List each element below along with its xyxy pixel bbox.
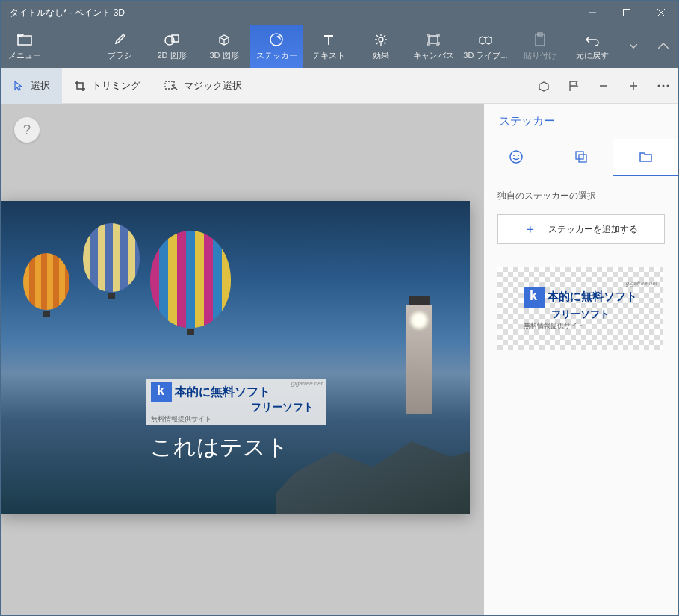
paste-icon — [533, 31, 547, 48]
svg-point-32 — [658, 84, 660, 87]
zoom-out-button[interactable] — [589, 68, 618, 104]
side-panel-title: ステッカー — [484, 104, 678, 139]
canvas[interactable]: gigafree.net 本的に無料ソフト フリーソフト 無料情報提供サイト こ… — [1, 201, 470, 514]
brush-button[interactable]: ブラシ — [93, 25, 146, 68]
canvas-button[interactable]: キャンバス — [407, 25, 459, 68]
magic-select-icon — [164, 81, 178, 91]
shapes-3d-icon — [217, 31, 232, 48]
titlebar: タイトルなし* - ペイント 3D — [1, 1, 678, 25]
svg-rect-28 — [165, 81, 174, 89]
effects-button[interactable]: 効果 — [355, 25, 407, 68]
ribbon-label: ステッカー — [256, 50, 297, 61]
sticker-tab-custom[interactable] — [613, 139, 678, 176]
placed-sticker[interactable]: gigafree.net 本的に無料ソフト フリーソフト 無料情報提供サイト — [146, 379, 326, 425]
history-dropdown[interactable] — [618, 25, 648, 68]
tool-label: マジック選択 — [184, 79, 242, 93]
ribbon-label: キャンバス — [413, 50, 454, 61]
add-sticker-label: ステッカーを追加する — [548, 223, 638, 236]
sticker-text: 無料情報提供サイト — [151, 414, 321, 424]
ribbon-label: 効果 — [373, 50, 389, 61]
section-label: 独自のステッカーの選択 — [497, 190, 665, 202]
view-3d-button[interactable] — [529, 68, 559, 104]
canvas-content — [83, 223, 140, 292]
svg-point-36 — [513, 155, 515, 156]
magic-select-tool[interactable]: マジック選択 — [152, 68, 254, 104]
maximize-button[interactable] — [610, 1, 644, 25]
canvas-icon — [426, 31, 441, 48]
svg-line-14 — [384, 43, 385, 44]
svg-point-8 — [379, 37, 383, 42]
custom-sticker-thumbnail[interactable]: gigafree.net 本的に無料ソフト フリーソフト 無料情報提供サイト — [497, 267, 663, 350]
undo-icon — [585, 31, 600, 48]
k-logo-icon — [524, 287, 545, 308]
sticker-button[interactable]: ステッカー — [250, 25, 303, 68]
ribbon-label: メニュー — [8, 50, 41, 61]
add-sticker-button[interactable]: ＋ ステッカーを追加する — [497, 214, 665, 244]
sticker-icon — [269, 31, 284, 48]
close-button[interactable] — [644, 1, 678, 25]
svg-rect-4 — [18, 36, 31, 45]
undo-button[interactable]: 元に戻す — [566, 25, 618, 68]
ribbon-label: テキスト — [312, 50, 345, 61]
canvas-content — [276, 410, 470, 514]
svg-point-37 — [518, 155, 519, 156]
sticker-tab-textures[interactable] — [549, 139, 614, 176]
ribbon-label: 3D 図形 — [209, 50, 238, 61]
sticker-watermark: gigafree.net — [626, 280, 657, 287]
svg-rect-39 — [579, 155, 586, 162]
svg-line-16 — [376, 43, 378, 44]
ribbon-label: ブラシ — [108, 50, 132, 61]
svg-point-35 — [510, 151, 522, 163]
tool-label: 選択 — [31, 79, 50, 93]
menu-button[interactable]: メニュー — [1, 25, 49, 68]
text-button[interactable]: テキスト — [303, 25, 355, 68]
ribbon-label: 3D ライブ... — [463, 50, 507, 61]
svg-rect-6 — [172, 35, 179, 42]
main-area: ? gigafree.net 本的に無料ソフト フリーソフト 無料情報提供サイト… — [1, 104, 678, 615]
sticker-text: 本的に無料ソフト — [548, 290, 637, 304]
sticker-text: 本的に無料ソフト — [175, 385, 270, 400]
window-title: タイトルなし* - ペイント 3D — [1, 7, 575, 19]
select-tool[interactable]: 選択 — [1, 68, 62, 104]
ribbon-label: 2D 図形 — [157, 50, 186, 61]
collapse-ribbon-button[interactable] — [648, 25, 678, 68]
zoom-in-button[interactable] — [618, 68, 648, 104]
ribbon-label: 貼り付け — [524, 50, 556, 61]
flag-button[interactable] — [559, 68, 589, 104]
crop-tool[interactable]: トリミング — [62, 68, 152, 104]
smiley-icon — [509, 149, 524, 164]
2d-shapes-button[interactable]: 2D 図形 — [146, 25, 198, 68]
side-panel: ステッカー 独自のステッカーの選択 ＋ ステッカーを追加する gigafree.… — [484, 104, 678, 615]
svg-point-33 — [663, 84, 665, 87]
minimize-button[interactable] — [575, 1, 610, 25]
svg-point-7 — [270, 34, 282, 46]
folder-open-icon — [639, 151, 654, 163]
svg-rect-38 — [576, 152, 583, 159]
svg-line-15 — [384, 35, 385, 37]
svg-rect-17 — [429, 36, 438, 43]
help-button[interactable]: ? — [14, 117, 40, 143]
sub-toolbar: 選択 トリミング マジック選択 — [1, 68, 678, 104]
text-icon — [322, 31, 335, 48]
svg-point-5 — [165, 36, 174, 45]
sticker-tab-shapes[interactable] — [484, 139, 549, 176]
canvas-content — [410, 311, 428, 329]
crop-icon — [74, 80, 86, 92]
canvas-content — [150, 231, 231, 328]
sticker-text: フリーソフト — [151, 401, 321, 414]
3d-library-button[interactable]: 3D ライブ... — [459, 25, 512, 68]
cursor-icon — [13, 80, 25, 92]
paste-button[interactable]: 貼り付け — [514, 25, 566, 68]
effects-icon — [373, 31, 388, 48]
canvas-viewport[interactable]: ? gigafree.net 本的に無料ソフト フリーソフト 無料情報提供サイト… — [1, 104, 484, 615]
texture-icon — [574, 149, 589, 164]
3d-shapes-button[interactable]: 3D 図形 — [198, 25, 250, 68]
tool-label: トリミング — [92, 79, 140, 93]
plus-icon: ＋ — [524, 222, 536, 237]
brush-icon — [112, 31, 127, 48]
canvas-content — [23, 253, 69, 310]
k-logo-icon — [151, 382, 172, 402]
more-options-button[interactable] — [648, 68, 678, 104]
library-3d-icon — [478, 31, 493, 48]
sticker-text: 無料情報提供サイト — [524, 321, 637, 331]
